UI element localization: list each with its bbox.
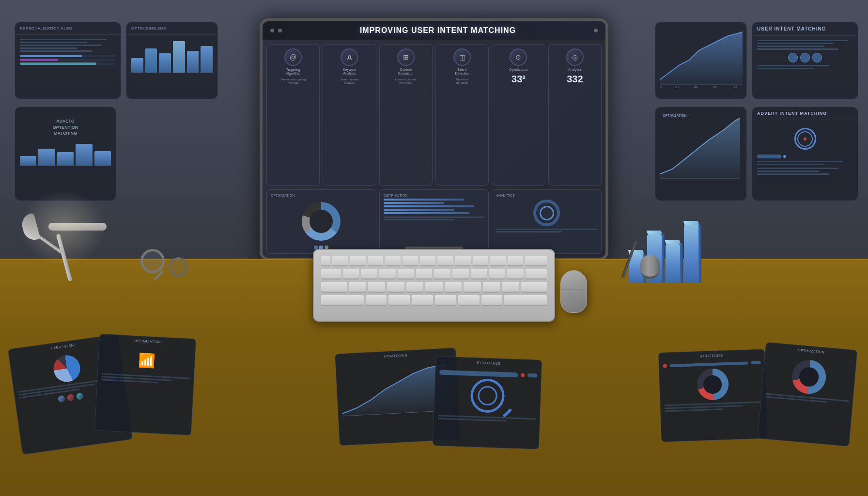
small-icon: [58, 395, 65, 403]
wall-card-tl2-header: OPTIMIZING ADS: [126, 22, 217, 35]
card-line: [757, 40, 848, 41]
card-line: [20, 42, 87, 43]
key: [350, 256, 365, 266]
key: [388, 295, 410, 306]
key: [481, 295, 503, 306]
search-handle: [502, 408, 512, 418]
card-line: [757, 48, 838, 50]
bc2-controls: [439, 370, 537, 378]
main-scene: PERSONALIZATION ALGO: [0, 0, 868, 496]
circle-label: ANALYTICS: [496, 194, 597, 197]
key: [445, 282, 462, 293]
key: [455, 256, 470, 266]
bar: [94, 151, 111, 166]
area-fill: [660, 32, 743, 84]
screen-title: IMPROVING USER INTENT MATCHING: [286, 26, 590, 35]
card-line: [757, 68, 815, 69]
bar: [76, 144, 92, 166]
small-icon: [67, 394, 75, 402]
key: [332, 256, 348, 266]
bar: [38, 149, 55, 166]
bar-3d-3: [666, 244, 680, 283]
monitor-screen: IMPROVING USER INTENT MATCHING @ Targeti…: [263, 21, 605, 258]
icon-row: [757, 53, 853, 62]
key: [349, 282, 366, 293]
progress-fill: [20, 55, 82, 57]
paper-content-br1: [659, 358, 767, 414]
circle-text: [496, 229, 597, 232]
card-line: [757, 170, 820, 172]
key: [452, 269, 469, 279]
axis-label: 20: [675, 85, 679, 89]
wall-card-br1-body: [752, 120, 858, 179]
line-chart-bc1: [340, 360, 449, 418]
axis-label: 0: [660, 85, 662, 89]
card-title-2: KeywordAnalysis: [343, 68, 356, 76]
key: [406, 282, 424, 293]
card-title-5: Optimization: [509, 68, 528, 72]
keyboard: [313, 249, 555, 322]
small-icon: [800, 53, 810, 62]
bar: [187, 51, 199, 73]
magnifier-right: [169, 257, 188, 277]
3d-bar-chart: [629, 225, 698, 283]
screen-card-5: ⊙ Optimization 33²: [492, 44, 545, 186]
key-shift-left: [321, 295, 364, 306]
wall-card-bl-body: ADVETOOPTENTIONMATCHING: [15, 107, 116, 170]
desk-paper-br2: OPTIMIZATION: [758, 342, 858, 447]
key: [420, 256, 435, 266]
progress-fill: [20, 62, 96, 65]
card-text-1: Advanced targetingmethods: [280, 78, 306, 85]
wall-card-tl1-lines: [20, 39, 116, 52]
screen-dot: [278, 29, 282, 32]
key: [473, 256, 488, 266]
magnifier-left: [140, 249, 165, 273]
mouse-button-divider: [561, 289, 587, 290]
card-line: [20, 47, 78, 49]
monitor: IMPROVING USER INTENT MATCHING @ Targeti…: [260, 18, 608, 261]
key: [508, 256, 523, 266]
card-line: [20, 50, 92, 52]
key: [458, 295, 480, 306]
area-chart-svg: 0 20 40 60 80: [660, 26, 743, 89]
text-line: [665, 408, 723, 412]
donut-label: OPTIMIZATION: [271, 194, 372, 197]
bar: [145, 48, 157, 73]
keyboard-keys: [314, 250, 554, 311]
card-title-6: Analytics: [568, 68, 582, 72]
stat-33: 33²: [512, 74, 526, 85]
control-dot: [521, 373, 525, 377]
lamp-arm-lower: [56, 233, 73, 281]
key-row-2: [321, 269, 547, 279]
list-label: DISTRIBUTION: [384, 194, 485, 197]
key: [387, 282, 404, 293]
key: [361, 269, 377, 279]
screen-content-grid: @ TargetingAlgorithm Advanced targetingm…: [263, 40, 605, 189]
key: [368, 282, 386, 293]
key: [507, 269, 524, 279]
key: [343, 269, 359, 279]
list-bar: [384, 209, 454, 211]
text-line: [496, 229, 597, 230]
area-fill2: [660, 118, 740, 179]
screen-card-3: ⊞ ContentConnector Connect contentwith i…: [379, 44, 433, 186]
control-bar: [439, 370, 518, 378]
list-bar: [384, 202, 444, 204]
br1-line-row: [757, 155, 853, 158]
bar: [201, 46, 213, 73]
mini-bar: [757, 155, 781, 158]
optimization-chart-svg: OPTIMIZATION: [660, 111, 740, 186]
search-inner: [478, 386, 497, 405]
key: [435, 295, 456, 306]
wall-card-tl1-body: [15, 35, 121, 70]
progress-bar: [20, 55, 116, 57]
circle-icon: ⊙: [510, 48, 527, 66]
key: [490, 256, 506, 266]
donut-br2: [790, 358, 827, 395]
br2-text: [765, 393, 849, 404]
bar: [57, 152, 74, 166]
bar: [159, 53, 171, 73]
card-line: [20, 45, 101, 46]
card-line: [757, 164, 824, 165]
card-line: [20, 39, 106, 40]
